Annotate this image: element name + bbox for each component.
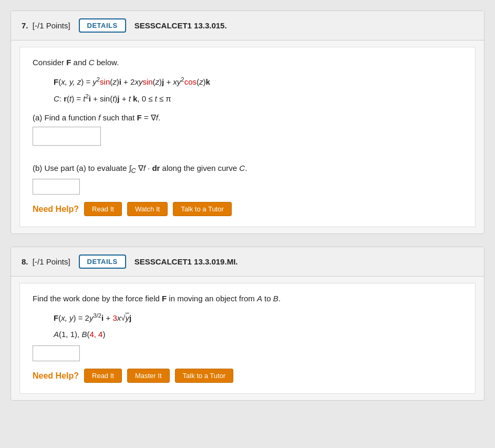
talk-to-tutor-button-7[interactable]: Talk to a Tutor <box>173 202 232 216</box>
need-help-row-8: Need Help? Read It Master It Talk to a T… <box>33 369 462 383</box>
part-b-label: (b) Use part (a) to evaluate ∫C ∇f · dr … <box>33 164 462 175</box>
problem-8-header: 8. [-/1 Points] DETAILS SESSCALCET1 13.3… <box>11 247 484 277</box>
problem-8-id: SESSCALCET1 13.3.019.MI. <box>135 257 238 266</box>
problem-7-id: SESSCALCET1 13.3.015. <box>135 21 227 30</box>
problem-7-header: 7. [-/1 Points] DETAILS SESSCALCET1 13.3… <box>11 11 484 40</box>
watch-it-button-7[interactable]: Watch It <box>127 202 168 216</box>
vector-field-line-8: F(x, y) = 2y3/2i + 3x√yj <box>54 310 462 325</box>
curve-line: C: r(t) = t2i + sin(t)j + t k, 0 ≤ t ≤ π <box>54 91 462 106</box>
problem-8-math: F(x, y) = 2y3/2i + 3x√yj A(1, 1), B(4, 4… <box>54 310 462 341</box>
problem-7-number: 7. [-/1 Points] <box>22 21 70 30</box>
part-a-label: (a) Find a function f such that F = ∇f. <box>33 113 462 123</box>
read-it-button-8[interactable]: Read It <box>84 369 122 383</box>
need-help-label-8: Need Help? <box>33 371 79 381</box>
part-b-input[interactable] <box>33 179 80 195</box>
problem-8-body: Find the work done by the force field F … <box>19 283 476 394</box>
master-it-button-8[interactable]: Master It <box>127 369 170 383</box>
need-help-row-7: Need Help? Read It Watch It Talk to a Tu… <box>33 202 462 216</box>
problem-8-input[interactable] <box>33 345 80 361</box>
details-button-7[interactable]: DETAILS <box>79 18 126 33</box>
read-it-button-7[interactable]: Read It <box>84 202 122 216</box>
vector-field-line: F(x, y, z) = y2sin(z)i + 2xysin(z)j + xy… <box>54 74 462 89</box>
problem-8-intro: Find the work done by the force field F … <box>33 294 462 303</box>
problem-7-body: Consider F and C below. F(x, y, z) = y2s… <box>19 47 476 227</box>
problem-7-intro: Consider F and C below. <box>33 58 462 67</box>
part-a-input[interactable] <box>33 127 101 146</box>
need-help-label-7: Need Help? <box>33 205 79 214</box>
talk-to-tutor-button-8[interactable]: Talk to a Tutor <box>175 369 234 383</box>
problem-7: 7. [-/1 Points] DETAILS SESSCALCET1 13.3… <box>11 11 484 234</box>
problem-8: 8. [-/1 Points] DETAILS SESSCALCET1 13.3… <box>11 247 484 401</box>
points-line-8: A(1, 1), B(4, 4) <box>54 327 462 341</box>
problem-7-math: F(x, y, z) = y2sin(z)i + 2xysin(z)j + xy… <box>54 74 462 106</box>
details-button-8[interactable]: DETAILS <box>79 254 126 269</box>
problem-8-number: 8. [-/1 Points] <box>22 257 70 266</box>
